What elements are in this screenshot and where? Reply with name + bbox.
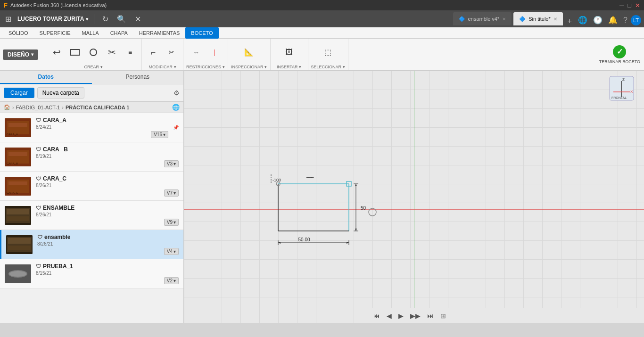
file-date-cara-c: 8/26/21: [36, 183, 179, 188]
tab-ensamble[interactable]: 🔷 ensamble v4* ✕: [453, 12, 512, 25]
list-item[interactable]: CARA_B 🛡 CARA _B 8/19/21 V3 ▾: [0, 142, 183, 172]
shield-icon: 🛡: [36, 263, 41, 269]
rtab-chapa[interactable]: CHAPA: [105, 27, 133, 39]
file-name-cara-b: CARA _B: [43, 146, 68, 153]
list-item[interactable]: CARA_A 🛡 CARA_A 8/24/21 V16 ▾ 📌: [0, 113, 183, 142]
file-version-ensamble-upper[interactable]: V9 ▾: [164, 219, 179, 226]
file-date-cara-a: 8/24/21: [36, 124, 168, 130]
file-info-cara-b: 🛡 CARA _B 8/19/21 V3 ▾: [36, 146, 179, 167]
minimize-icon[interactable]: ─: [619, 2, 624, 9]
bell-icon[interactable]: 🔔: [606, 15, 620, 25]
refresh-icon[interactable]: ↻: [100, 14, 111, 25]
rtab-superficie[interactable]: SUPERFICIE: [34, 27, 76, 39]
file-version-cara-a[interactable]: V16 ▾: [151, 131, 168, 138]
modificar-fillet-btn[interactable]: ⌐: [145, 41, 162, 63]
select-icon: ⬚: [324, 49, 331, 56]
design-label: DISEÑO: [8, 51, 29, 58]
breadcrumb-fabdig[interactable]: FABDIG_01-ACT-1: [16, 105, 60, 110]
design-dropdown[interactable]: DISEÑO ▾: [3, 49, 38, 60]
terminar-boceto-button[interactable]: ✓ TERMINAR BOCETO: [595, 39, 644, 70]
nueva-carpeta-button[interactable]: Nueva carpeta: [37, 87, 84, 99]
scissors-icon: ✂: [108, 48, 116, 57]
breadcrumb-home[interactable]: 🏠: [4, 104, 10, 110]
restriccion-h-btn[interactable]: ↔: [188, 41, 205, 63]
play-start-btn[interactable]: ⏮: [372, 311, 382, 321]
lines-icon: ≡: [128, 49, 132, 56]
app-toolbar: ⊞ LUCERO TOVAR ZURITA ▾ ↻ 🔍 ✕ 🔷 ensamble…: [0, 10, 644, 27]
play-prev-btn[interactable]: ◀: [385, 311, 394, 321]
restriccion-v-btn[interactable]: |: [206, 41, 223, 63]
world-icon[interactable]: 🌐: [576, 15, 590, 25]
ribbon-group-seleccionar: ⬚ SELECCIONAR ▾: [308, 39, 348, 70]
titlebar-controls[interactable]: ─ □ ✕: [619, 2, 640, 9]
close-panel-icon[interactable]: ✕: [132, 14, 143, 25]
search-icon[interactable]: 🔍: [115, 14, 129, 25]
tabs-row: 🔷 ensamble v4* ✕ 🔷 Sin titulo* ✕ + 🌐 🕐 🔔…: [453, 12, 641, 25]
tab-ensamble-label: ensamble v4*: [468, 16, 500, 22]
terminar-boceto-label: TERMINAR BOCETO: [599, 59, 640, 64]
crear-scissors-btn[interactable]: ✂: [103, 41, 120, 63]
rtab-malla[interactable]: MALLA: [76, 27, 105, 39]
cargar-button[interactable]: Cargar: [4, 88, 34, 98]
modificar-trim-btn[interactable]: ✂: [163, 41, 180, 63]
rtab-herramientas[interactable]: HERRAMIENTAS: [133, 27, 186, 39]
clock-icon[interactable]: 🕐: [591, 15, 605, 25]
lpanel-tab-personas[interactable]: Personas: [92, 71, 184, 84]
file-version-cara-b[interactable]: V3 ▾: [164, 160, 179, 167]
app-menu-icon[interactable]: ⊞: [3, 14, 14, 25]
modificar-tools: ⌐ ✂: [145, 41, 180, 64]
svg-marker-46: [355, 229, 357, 231]
tab-sin-titulo-close[interactable]: ✕: [553, 16, 557, 22]
play-btn[interactable]: ▶: [396, 311, 405, 321]
canvas-grid: Z X FRONTAL: [184, 71, 644, 323]
user-dropdown-icon[interactable]: ▾: [86, 16, 88, 22]
crear-arc-btn[interactable]: ↩: [48, 41, 65, 63]
file-thumb-cara-a: CARA_A: [5, 118, 31, 137]
list-item[interactable]: CARA_C 🛡 CARA_C 8/26/21 V7 ▾: [0, 172, 183, 201]
axis-indicator: Z X FRONTAL: [609, 75, 635, 101]
file-version-cara-c[interactable]: V7 ▾: [164, 189, 179, 197]
crear-lines-btn[interactable]: ≡: [122, 41, 139, 63]
tab-sin-titulo[interactable]: 🔷 Sin titulo* ✕: [513, 12, 562, 25]
svg-rect-6: [8, 152, 27, 156]
svg-text:50: 50: [361, 205, 366, 211]
play-next-btn[interactable]: ▶▶: [408, 311, 422, 321]
help-icon[interactable]: ?: [621, 15, 630, 25]
file-thumb-cara-c: CARA_C: [5, 177, 31, 196]
inspeccionar-measure-btn[interactable]: 📐: [240, 41, 257, 63]
file-version-prueba[interactable]: V2 ▾: [164, 277, 179, 284]
file-list: CARA_A 🛡 CARA_A 8/24/21 V16 ▾ 📌: [0, 113, 183, 323]
seleccionar-btn[interactable]: ⬚: [320, 41, 337, 63]
user-avatar[interactable]: LT: [631, 15, 641, 25]
trim-icon: ✂: [169, 49, 174, 56]
ribbon-tabs: SÓLIDO SUPERFICIE MALLA CHAPA HERRAMIENT…: [0, 27, 644, 39]
settings-icon[interactable]: ⚙: [173, 89, 180, 97]
insertar-image-btn[interactable]: 🖼: [281, 41, 297, 63]
play-end-btn[interactable]: ⏭: [425, 311, 436, 321]
new-tab-button[interactable]: +: [565, 17, 575, 25]
close-icon[interactable]: ✕: [635, 2, 640, 9]
crear-circle-btn[interactable]: [85, 41, 102, 63]
crear-rect-btn[interactable]: [66, 41, 83, 63]
layout-btn[interactable]: ⊞: [438, 311, 448, 321]
lpanel-tab-datos[interactable]: Datos: [0, 71, 92, 84]
file-name-prueba: PRUEBA_1: [43, 263, 73, 270]
shield-icon: 🛡: [36, 147, 41, 152]
restricciones-label: RESTRICCIONES ▾: [186, 65, 225, 69]
list-item[interactable]: 🛡 PRUEBA_1 8/15/21 V2 ▾: [0, 259, 183, 288]
svg-marker-45: [355, 184, 357, 186]
rtab-boceto[interactable]: BOCETO: [185, 27, 218, 39]
file-version-ensamble[interactable]: V4 ▾: [164, 248, 179, 255]
shield-icon: 🛡: [36, 176, 41, 181]
file-thumb-prueba: [5, 264, 31, 283]
version-chevron: ▾: [163, 132, 165, 137]
svg-rect-15: [7, 216, 29, 221]
rtab-solido[interactable]: SÓLIDO: [3, 27, 34, 39]
list-item[interactable]: 🛡 ENSAMBLE 8/26/21 V9 ▾: [0, 201, 183, 230]
ribbon-group-crear: ↩ ✂ ≡ CREAR ▾: [45, 39, 142, 70]
maximize-icon[interactable]: □: [627, 2, 631, 9]
list-item-active[interactable]: 🛡 ensamble 8/26/21 V4 ▾: [0, 230, 183, 259]
user-label[interactable]: LUCERO TOVAR ZURITA ▾: [17, 16, 88, 22]
tab-ensamble-close[interactable]: ✕: [502, 16, 506, 22]
canvas-area[interactable]: Z X FRONTAL: [184, 71, 644, 323]
